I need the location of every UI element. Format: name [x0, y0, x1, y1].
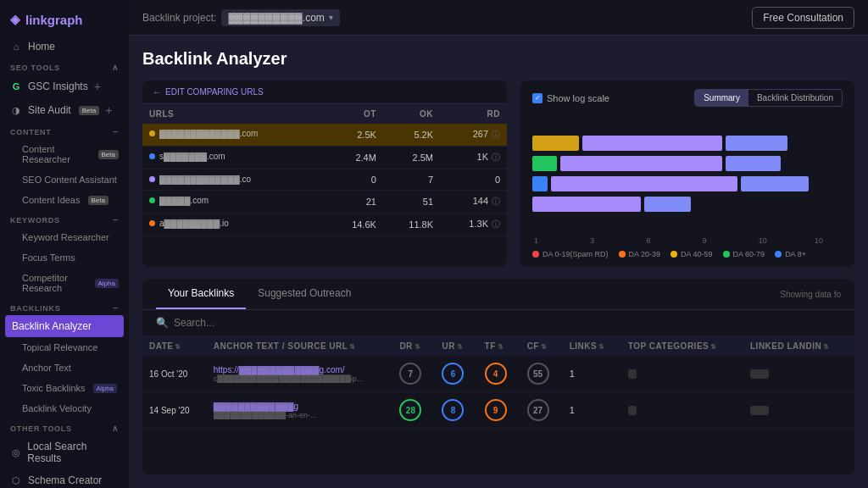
backlinks-col-header[interactable]: CF⇅	[520, 336, 563, 356]
ok-cell: 51	[383, 191, 440, 214]
log-scale-label: Show log scale	[547, 93, 609, 103]
date-cell: 14 Sep '20	[142, 392, 207, 429]
tab-backlink-distribution[interactable]: Backlink Distribution	[748, 90, 842, 106]
url-table-row[interactable]: s▓▓▓▓▓▓▓.com 2.4M 2.5M 1Kⓘ	[142, 147, 507, 169]
backlinks-col-header[interactable]: DATE⇅	[142, 336, 207, 356]
tab-suggested-outreach[interactable]: Suggested Outreach	[246, 279, 363, 309]
project-name-dropdown[interactable]: ▓▓▓▓▓▓▓▓▓▓.com ▾	[221, 9, 339, 26]
page-content: Backlink Analyzer ← EDIT COMPARING URLS …	[129, 36, 868, 488]
sidebar-item-gsc-insights[interactable]: G GSC Insights +	[0, 75, 129, 98]
sidebar-item-label: SEO Content Assistant	[22, 175, 117, 185]
url-table-row[interactable]: a▓▓▓▓▓▓▓▓▓.io 14.6K 11.8K 1.3Kⓘ	[142, 214, 507, 236]
tf-metric: 4	[485, 363, 507, 385]
show-log-scale-control[interactable]: ✓ Show log scale	[532, 93, 609, 103]
info-icon[interactable]: ⓘ	[492, 130, 500, 139]
url-comparison-table: ← EDIT COMPARING URLS URLS OT OK RD	[142, 80, 507, 267]
sidebar-item-keyword-researcher[interactable]: Keyword Researcher	[0, 227, 129, 247]
rd-cell: 1.3Kⓘ	[440, 214, 507, 236]
backlinks-col-header[interactable]: DR⇅	[392, 336, 435, 356]
ur-metric: 8	[442, 399, 464, 421]
info-icon[interactable]: ⓘ	[492, 219, 500, 229]
backlinks-col-header[interactable]: LINKS⇅	[563, 336, 621, 356]
backlinks-chevron-icon[interactable]: −	[113, 303, 119, 313]
sort-icon: ⇅	[823, 343, 830, 351]
url-name-cell: ▓▓▓▓▓▓▓▓▓▓▓▓▓.com	[142, 124, 278, 143]
url-main[interactable]: https://▓▓▓▓▓▓▓▓▓▓▓▓▓g.com/	[214, 365, 387, 374]
url-text: s▓▓▓▓▓▓▓.com	[159, 152, 225, 161]
sidebar-item-competitor-research[interactable]: Competitor Research Alpha	[0, 268, 129, 298]
ok-cell: 5.2K	[383, 124, 440, 147]
legend-dot	[723, 251, 730, 258]
content-chevron-icon[interactable]: −	[113, 127, 119, 136]
ok-cell: 2.5M	[383, 147, 440, 169]
url-table-row[interactable]: ▓▓▓▓▓▓▓▓▓▓▓▓▓.co 0 7 0	[142, 169, 507, 191]
url-dot	[149, 153, 155, 159]
backlinks-table-wrapper: DATE⇅ANCHOR TEXT / SOURCE URL⇅DR⇅UR⇅TF⇅C…	[142, 336, 854, 474]
tab-your-backlinks[interactable]: Your Backlinks	[156, 279, 246, 309]
sort-icon: ⇅	[498, 343, 504, 351]
legend-label: DA 8+	[785, 250, 806, 258]
sidebar-item-site-audit[interactable]: ◑ Site Audit Beta +	[0, 98, 129, 122]
legend-label: DA 20-39	[629, 250, 661, 258]
backlinks-col-header[interactable]: UR⇅	[435, 336, 477, 356]
bottom-tabs-bar: Your Backlinks Suggested Outreach Showin…	[142, 279, 854, 310]
sidebar-item-anchor-text[interactable]: Anchor Text	[0, 358, 129, 378]
sidebar-item-toxic-backlinks[interactable]: Toxic Backlinks Alpha	[0, 378, 129, 398]
url-table-row[interactable]: ▓▓▓▓▓▓▓▓▓▓▓▓▓.com 2.5K 5.2K 267ⓘ	[142, 124, 507, 147]
site-audit-add-icon[interactable]: +	[105, 103, 112, 117]
info-icon[interactable]: ⓘ	[492, 197, 500, 206]
bar-row	[532, 156, 843, 171]
bar-segment	[532, 156, 557, 171]
project-label: Backlink project:	[142, 12, 216, 24]
sidebar-item-seo-content-assistant[interactable]: SEO Content Assistant	[0, 169, 129, 190]
dr-cell: 7	[392, 356, 435, 392]
section-content: Content −	[0, 122, 129, 139]
sidebar-item-content-ideas[interactable]: Content Ideas Beta	[0, 190, 129, 210]
sidebar-item-backlink-velocity[interactable]: Backlink Velocity	[0, 398, 129, 419]
keywords-chevron-icon[interactable]: −	[113, 215, 119, 225]
backlinks-col-header[interactable]: ANCHOR TEXT / SOURCE URL⇅	[207, 336, 393, 356]
sidebar-item-content-researcher[interactable]: Content Researcher Beta	[0, 139, 129, 169]
rd-cell: 1Kⓘ	[440, 147, 507, 169]
url-sub: ▓▓▓▓▓▓▓▓▓▓▓▓▓-an-en-...	[214, 411, 366, 419]
sidebar-item-topical-relevance[interactable]: Topical Relevance	[0, 337, 129, 358]
sidebar-item-local-search[interactable]: ◎ Local Search Results	[0, 435, 129, 469]
schema-creator-icon: ⬡	[10, 475, 22, 486]
backlink-row: 16 Oct '20 https://▓▓▓▓▓▓▓▓▓▓▓▓▓g.com/ c…	[142, 356, 854, 392]
legend-item: DA 40-59	[670, 250, 713, 258]
sidebar-item-label: Content Ideas	[22, 195, 81, 205]
info-icon[interactable]: ⓘ	[492, 152, 500, 162]
linked-landing-cell: ▓▓▓	[743, 392, 854, 429]
logo-icon: ◈	[10, 12, 20, 27]
seo-chevron-icon[interactable]: ∧	[112, 63, 119, 72]
edit-comparing-button[interactable]: ← EDIT COMPARING URLS	[142, 80, 507, 104]
backlinks-col-header[interactable]: TOP CATEGORIES⇅	[621, 336, 743, 356]
backlinks-col-header[interactable]: LINKED LANDIN⇅	[743, 336, 854, 356]
sidebar-item-label: Anchor Text	[22, 363, 71, 373]
legend-dot	[619, 251, 626, 258]
links-cell: 1	[563, 392, 621, 429]
toxic-backlinks-badge: Alpha	[93, 384, 117, 393]
rd-cell: 0	[440, 169, 507, 191]
rd-cell: 144ⓘ	[440, 191, 507, 214]
url-table-row[interactable]: ▓▓▓▓▓.com 21 51 144ⓘ	[142, 191, 507, 214]
sidebar-item-schema-creator[interactable]: ⬡ Schema Creator	[0, 469, 129, 488]
tab-summary[interactable]: Summary	[695, 90, 748, 106]
search-input[interactable]	[174, 317, 841, 329]
gsc-add-icon[interactable]: +	[94, 80, 101, 93]
bar-segment	[582, 136, 722, 151]
sidebar-item-backlink-analyzer[interactable]: Backlink Analyzer	[5, 315, 124, 337]
sidebar-item-focus-terms[interactable]: Focus Terms	[0, 247, 129, 268]
free-consultation-button[interactable]: Free Consultation	[752, 7, 854, 29]
sidebar-item-home[interactable]: ⌂ Home	[0, 36, 129, 58]
topbar: Backlink project: ▓▓▓▓▓▓▓▓▓▓.com ▾ Free …	[129, 0, 868, 36]
backlinks-col-header[interactable]: TF⇅	[478, 336, 520, 356]
other-chevron-icon[interactable]: ∧	[112, 424, 119, 433]
url-text: ▓▓▓▓▓▓▓▓▓▓▓▓▓.co	[159, 175, 251, 184]
chart-x-labels: 13691010	[532, 236, 843, 245]
blurred-category: —	[628, 369, 637, 379]
log-scale-checkbox[interactable]: ✓	[532, 93, 542, 103]
url-main[interactable]: ▓▓▓▓▓▓▓▓▓▓▓▓▓g	[214, 402, 387, 411]
site-audit-badge: Beta	[79, 106, 99, 115]
url-dot	[149, 130, 155, 136]
